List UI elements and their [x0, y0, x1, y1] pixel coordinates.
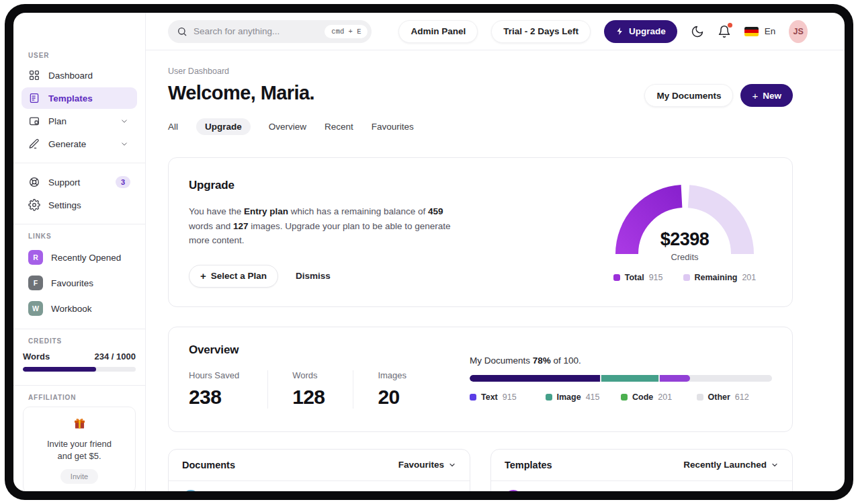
upgrade-card: Upgrade You have the Entry plan which ha… — [168, 157, 793, 307]
user-avatar[interactable]: JS — [789, 20, 808, 43]
legend-text: Text 915 — [470, 392, 546, 402]
sidebar-divider — [13, 224, 145, 224]
overview-card: Overview Hours Saved 238 Words 128 Image… — [168, 327, 793, 432]
stat-images: Images 20 — [353, 370, 435, 409]
legend-swatch — [697, 394, 703, 401]
sidebar-item-generate[interactable]: Generate — [22, 133, 137, 155]
plus-icon: + — [752, 90, 758, 101]
sidebar-link-favourites[interactable]: F Favourites — [22, 271, 137, 295]
sidebar-section-user: USER — [22, 52, 137, 59]
overview-card-title: Overview — [189, 343, 435, 357]
upgrade-button[interactable]: Upgrade — [604, 20, 677, 43]
admin-panel-button[interactable]: Admin Panel — [398, 20, 478, 43]
stat-hours-saved: Hours Saved 238 — [189, 370, 267, 409]
sidebar-item-label: Settings — [48, 200, 81, 210]
templates-card: Templates Recently Launched Blog Post Ti… — [490, 449, 793, 491]
sidebar-item-support[interactable]: Support 3 — [22, 171, 137, 193]
plus-icon: + — [200, 270, 206, 282]
credits-gauge: $2398 Credits Total 915 Remaining — [597, 179, 772, 288]
credits-progress-bar — [23, 367, 136, 372]
search-shortcut-badge: cmd + E — [325, 25, 368, 38]
documents-card-title: Documents — [182, 460, 235, 470]
upgrade-card-body: You have the Entry plan which has a rema… — [189, 204, 466, 248]
window-frame: USER Dashboard Templates Plan Generate S… — [5, 4, 853, 500]
sidebar-section-credits: CREDITS — [22, 337, 137, 345]
legend-swatch — [546, 394, 552, 401]
dashboard-grid-icon — [28, 69, 40, 81]
legend-total: Total 915 — [613, 273, 663, 282]
legend-swatch — [613, 274, 620, 281]
sidebar-section-affiliation: AFFILIATION — [22, 394, 137, 401]
chevron-down-icon — [118, 117, 130, 126]
chevron-down-icon — [448, 461, 456, 469]
dismiss-button[interactable]: Dismiss — [296, 271, 331, 281]
sidebar-divider — [13, 385, 145, 386]
tab-all[interactable]: All — [168, 118, 178, 135]
plan-wallet-icon — [28, 115, 40, 127]
legend-other: Other 612 — [697, 392, 773, 402]
sidebar-item-label: Generate — [48, 139, 86, 149]
progress-legend: Text 915 Image 415 Code 201 — [470, 392, 772, 402]
legend-swatch — [683, 274, 690, 281]
search-input[interactable] — [194, 26, 318, 36]
chevron-down-icon — [771, 461, 779, 469]
sidebar-item-label: Plan — [48, 116, 67, 126]
page-content: User Dashboard Welcome, Maria. My Docume… — [146, 50, 845, 491]
credits-caption: Credits — [607, 252, 762, 262]
legend-image: Image 415 — [546, 392, 621, 402]
sidebar: USER Dashboard Templates Plan Generate S… — [13, 13, 146, 491]
affiliation-text: Invite your friend and get $5. — [30, 438, 128, 462]
notifications-button[interactable] — [718, 25, 731, 38]
sidebar-link-recently-opened[interactable]: R Recently Opened — [22, 245, 137, 269]
gauge-legend: Total 915 Remaining 201 — [613, 273, 757, 282]
search-icon — [177, 26, 187, 37]
support-count-badge: 3 — [116, 176, 130, 188]
segment-image — [601, 375, 659, 382]
gear-icon — [28, 199, 40, 211]
search-bar[interactable]: cmd + E — [168, 20, 372, 43]
sidebar-link-workbook[interactable]: W Workbook — [22, 296, 137, 321]
sidebar-divider — [13, 329, 145, 329]
sidebar-item-label: Favourites — [51, 278, 93, 288]
dark-mode-toggle[interactable] — [691, 25, 704, 38]
german-flag-icon — [744, 27, 759, 36]
app-window: USER Dashboard Templates Plan Generate S… — [13, 13, 845, 491]
new-button[interactable]: + New — [740, 84, 793, 107]
credits-progress-fill — [23, 367, 96, 372]
stat-words: Words 128 — [267, 370, 353, 409]
language-selector[interactable]: En — [765, 26, 776, 36]
sidebar-item-plan[interactable]: Plan — [22, 110, 137, 132]
sidebar-item-templates[interactable]: Templates — [22, 87, 137, 109]
affiliation-card: Invite your friend and get $5. Invite — [23, 407, 136, 491]
tab-overview[interactable]: Overview — [269, 118, 306, 135]
breadcrumb: User Dashboard — [168, 67, 314, 76]
trial-days-left-button[interactable]: Trial - 2 Days Left — [491, 20, 591, 43]
legend-swatch — [470, 394, 476, 401]
tab-upgrade[interactable]: Upgrade — [196, 118, 251, 135]
legend-swatch — [621, 394, 628, 401]
segment-text — [470, 375, 600, 382]
select-plan-button[interactable]: + Select a Plan — [189, 265, 278, 288]
link-initial-badge: F — [28, 276, 43, 290]
sidebar-item-settings[interactable]: Settings — [22, 194, 137, 216]
my-documents-button[interactable]: My Documents — [644, 84, 733, 107]
lightning-bolt-icon — [615, 27, 624, 36]
generate-pencil-icon — [28, 138, 40, 150]
document-list-item[interactable]: Untitled Document in Workbook — [169, 481, 470, 491]
overview-stats: Hours Saved 238 Words 128 Images 20 — [189, 370, 435, 409]
sidebar-divider — [13, 163, 145, 163]
moon-icon — [691, 25, 704, 38]
documents-filter-dropdown[interactable]: Favourites — [398, 460, 456, 470]
document-avatar — [182, 490, 200, 491]
templates-filter-dropdown[interactable]: Recently Launched — [683, 460, 779, 470]
link-initial-badge: R — [28, 250, 43, 265]
template-list-item[interactable]: Blog Post Title in Workbook — [491, 481, 792, 491]
upgrade-card-title: Upgrade — [189, 179, 466, 192]
sidebar-section-links: LINKS — [22, 233, 137, 240]
filter-tabs: All Upgrade Overview Recent Favourites — [168, 118, 793, 135]
tab-recent[interactable]: Recent — [325, 118, 353, 135]
invite-button[interactable]: Invite — [60, 469, 98, 484]
tab-favourites[interactable]: Favourites — [372, 118, 414, 135]
sidebar-item-dashboard[interactable]: Dashboard — [22, 65, 137, 86]
templates-card-title: Templates — [505, 460, 552, 470]
